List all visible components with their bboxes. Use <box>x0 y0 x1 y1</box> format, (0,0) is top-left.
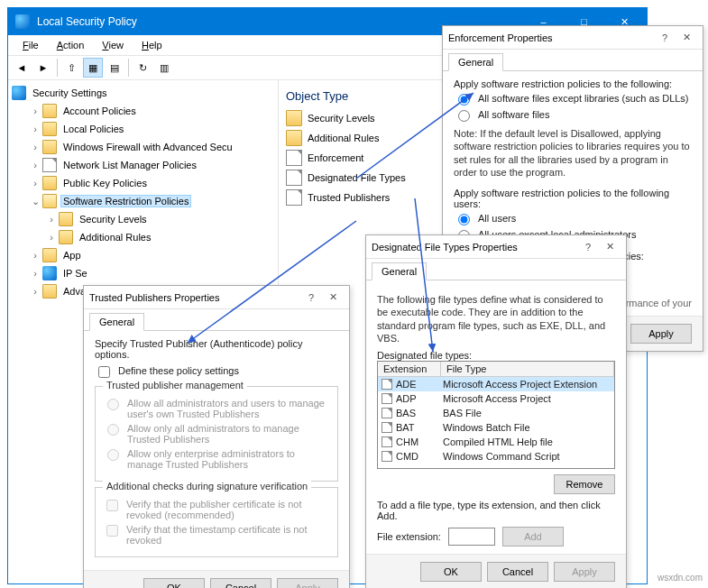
radio-except-libraries[interactable]: All software files except libraries (suc… <box>454 93 692 106</box>
chevron-down-icon[interactable]: ⌄ <box>28 196 42 207</box>
table-row[interactable]: ADEMicrosoft Access Project Extension <box>378 377 614 391</box>
table-row[interactable]: BATWindows Batch File <box>378 420 614 435</box>
close-icon[interactable]: ✕ <box>599 241 621 253</box>
check-timestamp-revoked[interactable]: Verify that the timestamp certificate is… <box>103 524 330 546</box>
tab-general[interactable]: General <box>89 313 144 331</box>
tree-item[interactable]: ›Security Levels <box>8 210 278 228</box>
file-icon <box>382 436 392 447</box>
check-publisher-revoked[interactable]: Verify that the publisher certificate is… <box>103 499 330 520</box>
chevron-right-icon[interactable]: › <box>28 178 42 188</box>
cancel-button[interactable]: Cancel <box>487 562 548 582</box>
tree-item[interactable]: ›Network List Manager Policies <box>8 156 278 174</box>
close-icon[interactable]: ✕ <box>676 32 697 43</box>
menu-help[interactable]: Help <box>134 38 170 52</box>
tab-general[interactable]: General <box>372 262 427 280</box>
col-extension[interactable]: Extension <box>378 362 441 376</box>
dialog-titlebar[interactable]: Trusted Publishers Properties ? ✕ <box>84 286 349 309</box>
folder-icon <box>42 140 57 154</box>
shield-icon <box>42 266 57 280</box>
remove-button[interactable]: Remove <box>554 474 615 494</box>
dialog-title: Enforcement Properties <box>448 32 654 43</box>
menu-view[interactable]: View <box>95 38 131 52</box>
help-button[interactable]: ? <box>654 32 676 43</box>
tree-item[interactable]: ›IP Se <box>8 264 278 282</box>
cell-filetype: BAS File <box>441 408 614 418</box>
cell-extension: ADE <box>396 379 417 390</box>
list-item-label: Security Levels <box>308 113 375 124</box>
file-extension-input[interactable] <box>448 528 495 546</box>
tree-item[interactable]: ›App <box>8 246 278 264</box>
tree-item-label: Account Policies <box>60 105 139 117</box>
trusted-dialog[interactable]: Trusted Publishers Properties ? ✕ Genera… <box>83 285 350 588</box>
chevron-right-icon[interactable]: › <box>28 250 42 261</box>
close-icon[interactable]: ✕ <box>322 291 344 303</box>
folder-icon <box>42 248 57 262</box>
folder-icon <box>286 130 302 146</box>
radio-mgmt-enterprise[interactable]: Allow only enterprise administrators to … <box>103 448 330 470</box>
tree-item[interactable]: ›Additional Rules <box>8 228 278 246</box>
radio-all-software[interactable]: All software files <box>454 109 692 122</box>
dialog-titlebar[interactable]: Designated File Types Properties ? ✕ <box>366 235 626 259</box>
help-button[interactable]: ? <box>300 292 322 303</box>
define-settings-check[interactable]: Define these policy settings <box>95 365 338 381</box>
back-button[interactable]: ◄ <box>12 58 32 78</box>
chevron-right-icon[interactable]: › <box>28 106 42 116</box>
radio-all-users[interactable]: All users <box>454 213 692 225</box>
note-text: Note: If the default level is Disallowed… <box>454 127 692 179</box>
ok-button[interactable]: OK <box>143 578 205 588</box>
list-item-label: Designated File Types <box>308 172 406 183</box>
list-item-label: Enforcement <box>308 152 363 163</box>
cancel-button[interactable]: Cancel <box>210 578 271 588</box>
tree-item-label: Windows Firewall with Advanced Secu <box>60 141 235 153</box>
cell-extension: CHM <box>396 436 418 447</box>
chevron-right-icon[interactable]: › <box>28 160 42 170</box>
chevron-right-icon[interactable]: › <box>28 286 42 297</box>
group-mgmt-title: Trusted publisher management <box>103 380 247 390</box>
tree-item[interactable]: ›Local Policies <box>8 120 278 138</box>
table-row[interactable]: CMDWindows Command Script <box>378 449 614 464</box>
help-button[interactable]: ? <box>577 242 599 253</box>
forward-button[interactable]: ► <box>33 58 53 78</box>
show-hide-button[interactable]: ▦ <box>83 58 103 78</box>
menu-file[interactable]: File <box>15 38 46 52</box>
ok-button[interactable]: OK <box>420 562 482 582</box>
tab-general[interactable]: General <box>448 53 503 71</box>
add-button[interactable]: Add <box>502 527 564 547</box>
chevron-right-icon[interactable]: › <box>28 268 42 279</box>
tree-root[interactable]: Security Settings <box>8 84 278 102</box>
tree-item[interactable]: ›Account Policies <box>8 102 278 120</box>
table-row[interactable]: BASBAS File <box>378 406 614 420</box>
tree-item-label: Software Restriction Policies <box>60 195 191 207</box>
chevron-right-icon[interactable]: › <box>28 142 42 152</box>
properties-button[interactable]: ▥ <box>154 58 174 78</box>
tree-item[interactable]: ›Windows Firewall with Advanced Secu <box>8 138 278 156</box>
file-icon <box>382 379 392 390</box>
folder-open-icon <box>42 194 57 208</box>
menu-action[interactable]: Action <box>50 38 92 52</box>
folder-icon <box>42 284 57 299</box>
chevron-right-icon[interactable]: › <box>28 124 42 134</box>
export-button[interactable]: ▤ <box>105 58 124 78</box>
chevron-right-icon[interactable]: › <box>44 214 59 225</box>
tree-item-label: IP Se <box>60 267 90 280</box>
radio-mgmt-admins[interactable]: Allow only all administrators to manage … <box>103 423 330 445</box>
cell-extension: BAT <box>396 422 415 433</box>
up-button[interactable]: ⇧ <box>61 58 81 78</box>
file-extension-label: File extension: <box>377 531 441 542</box>
col-filetype[interactable]: File Type <box>441 362 614 376</box>
table-row[interactable]: CHMCompiled HTML Help file <box>378 435 614 449</box>
folder-icon <box>59 230 73 244</box>
chevron-right-icon[interactable]: › <box>44 232 59 243</box>
designated-dialog[interactable]: Designated File Types Properties ? ✕ Gen… <box>365 234 627 588</box>
tree-item[interactable]: ›Public Key Policies <box>8 174 278 192</box>
apply-button[interactable]: Apply <box>630 324 692 344</box>
tree-item[interactable]: ⌄Software Restriction Policies <box>8 192 278 210</box>
tree-item-label: Network List Manager Policies <box>60 159 199 171</box>
dialog-titlebar[interactable]: Enforcement Properties ? ✕ <box>443 26 703 50</box>
apply-button[interactable]: Apply <box>277 578 338 588</box>
radio-mgmt-all[interactable]: Allow all administrators and users to ma… <box>103 398 330 419</box>
table-row[interactable]: ADPMicrosoft Access Project <box>378 391 614 406</box>
refresh-button[interactable]: ↻ <box>133 58 152 78</box>
apply-button[interactable]: Apply <box>554 562 615 582</box>
file-types-table[interactable]: Extension File Type ADEMicrosoft Access … <box>377 361 615 469</box>
